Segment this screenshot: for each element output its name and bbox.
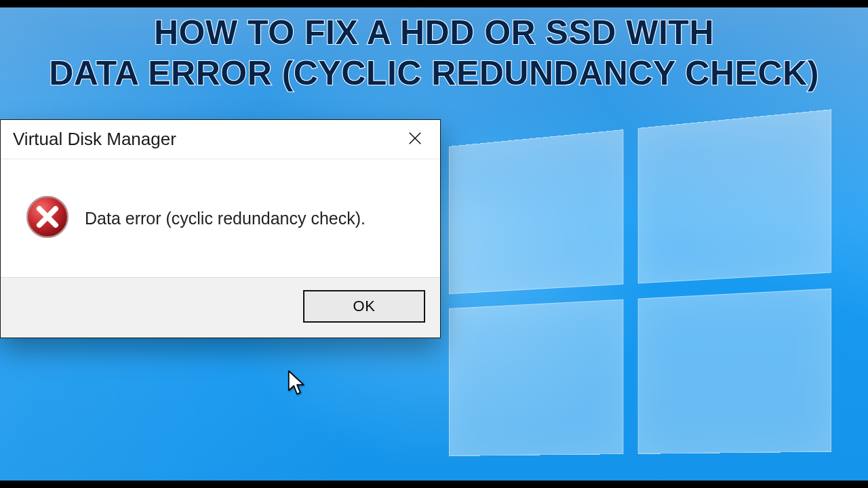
close-icon	[408, 131, 422, 148]
error-circle-icon	[25, 195, 70, 242]
logo-pane	[449, 300, 623, 456]
letterbox-bar	[0, 481, 868, 488]
dialog-button-row: OK	[1, 277, 440, 338]
ok-button[interactable]: OK	[303, 290, 425, 323]
dialog-message: Data error (cyclic redundancy check).	[85, 209, 366, 228]
close-button[interactable]	[399, 124, 431, 155]
dialog-body: Data error (cyclic redundancy check).	[1, 159, 440, 277]
overlay-heading: HOW TO FIX A HDD OR SSD WITH DATA ERROR …	[0, 12, 868, 94]
heading-line-2: DATA ERROR (CYCLIC REDUNDANCY CHECK)	[0, 53, 868, 94]
logo-pane	[638, 109, 832, 283]
letterbox-bar	[0, 0, 868, 7]
dialog-titlebar[interactable]: Virtual Disk Manager	[1, 120, 440, 159]
logo-pane	[638, 289, 832, 454]
windows-logo	[449, 109, 831, 456]
heading-line-1: HOW TO FIX A HDD OR SSD WITH	[0, 12, 868, 53]
error-dialog: Virtual Disk Manager	[0, 119, 441, 338]
logo-pane	[449, 129, 623, 294]
dialog-title: Virtual Disk Manager	[13, 129, 176, 150]
